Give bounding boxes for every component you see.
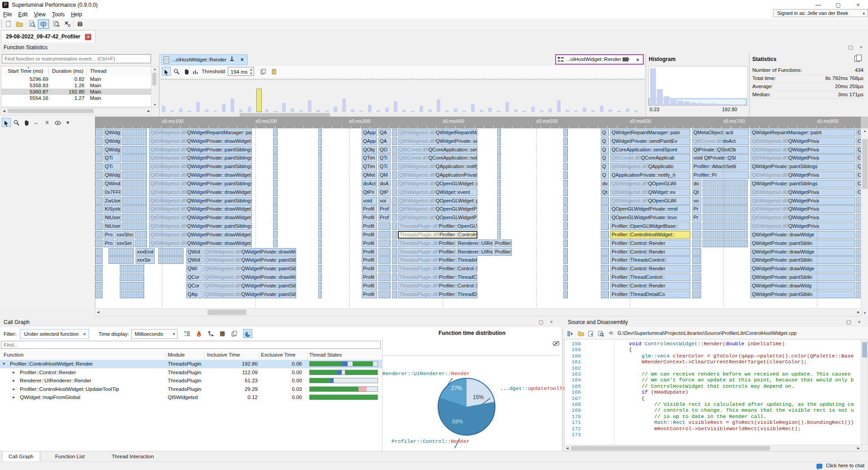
histogram-bar[interactable]: [664, 96, 670, 105]
flame-fill[interactable]: [108, 256, 134, 264]
flame-cell[interactable]: Profil: [362, 248, 377, 256]
flame-cell[interactable]: QWidgetPrivate::paintSiblin: [750, 273, 855, 281]
flame-cell[interactable]: Profiler::ThreadDetailCo: [610, 291, 690, 298]
flame-cell[interactable]: Qt5Cored.dll!QCoreApplication::notifyInt…: [398, 154, 477, 162]
stats-vertical-scrollbar[interactable]: ▲▼: [151, 66, 159, 108]
mini-bar[interactable]: [505, 102, 509, 112]
flame-cell[interactable]: QO: [378, 146, 391, 154]
callgraph-row[interactable]: ▸Profiler::ControlHostWidget::UpdateTool…: [0, 385, 382, 394]
source-vertical-scrollbar[interactable]: [861, 339, 868, 445]
flame-cell[interactable]: Pr: [692, 214, 701, 221]
stats-horizontal-scrollbar[interactable]: ◀ ▶: [1, 108, 152, 115]
flame-cell[interactable]: Qt: [692, 188, 701, 196]
flame-cell[interactable]: ThreadsPlugin.dll!Profiler::ThreadsContr…: [398, 256, 477, 264]
flame-fill[interactable]: [703, 222, 748, 230]
threshold-spinner[interactable]: 194 ms ▲▼: [228, 67, 254, 76]
flame-cell[interactable]: Qt5Widgetsd.dll!QApplicatio: [610, 163, 690, 170]
histogram-bar[interactable]: [731, 104, 737, 105]
tab-function-list[interactable]: Function List: [49, 451, 91, 461]
flame-fill[interactable]: [392, 180, 397, 188]
flame-cell[interactable]: Qt5Widgetsd.dll!QOpenGLWidgetPrivate::re…: [398, 205, 477, 213]
flame-cell[interactable]: Qt5Widgetsd.dll!QOpenGLWidgetPrivate::in…: [398, 214, 477, 221]
flame-cell[interactable]: ThreadsPlugin.dll!Profiler::OpenGLWidget…: [398, 222, 477, 230]
flame-fill[interactable]: [497, 197, 501, 205]
histogram-bar[interactable]: [691, 103, 697, 105]
pan-tool-icon[interactable]: [22, 118, 31, 127]
stats-table-header[interactable]: Start Time (ms) ▴ Duration (ms) Thread: [1, 66, 152, 77]
flame-cell[interactable]: Profiler::Pr: [692, 171, 749, 179]
flame-fill[interactable]: [122, 197, 147, 205]
flame-fill[interactable]: [95, 180, 103, 188]
tab-thread-interaction[interactable]: Thread Interaction: [105, 451, 160, 461]
flame-cell[interactable]: QWidgetPrivate::paintSiblin: [750, 291, 855, 298]
flame-cell[interactable]: Profiler::Control::Render: [610, 265, 690, 273]
close-button[interactable]: ×: [848, 0, 868, 10]
flame-cell[interactable]: doAct: [362, 180, 377, 188]
filter-chip[interactable]: Under selected function ×: [20, 329, 89, 339]
flame-cell[interactable]: QTim: [362, 154, 377, 162]
flame-fill[interactable]: [95, 273, 103, 281]
flame-cell[interactable]: Qt: [601, 188, 609, 196]
flame-cell[interactable]: ThreadsPlugin.dll!Profiler::ThreadContro…: [398, 273, 477, 281]
flame-cell[interactable]: QTi: [378, 163, 391, 170]
flame-fill[interactable]: [497, 188, 501, 196]
flame-cell[interactable]: QWidgetPrivate::drawWidge: [750, 265, 855, 273]
chart-mode-icon[interactable]: [191, 67, 200, 76]
flame-fill[interactable]: [120, 282, 144, 290]
flame-fill[interactable]: [273, 214, 278, 221]
flame-fill[interactable]: [563, 214, 568, 221]
expand-arrow-icon[interactable]: ▸: [13, 393, 15, 401]
flame-cell[interactable]: QWidgetPrivate::paintSiblin: [750, 256, 855, 264]
flame-cell[interactable]: Prof: [378, 205, 391, 213]
mini-bar[interactable]: [566, 110, 569, 112]
flame-fill[interactable]: [95, 240, 103, 247]
flame-cell[interactable]: do: [601, 180, 609, 188]
flame-fill[interactable]: [563, 222, 568, 230]
mini-bar[interactable]: [359, 111, 363, 112]
flame-cell[interactable]: vo: [692, 197, 701, 205]
mini-bar[interactable]: [179, 108, 183, 112]
flame-cell[interactable]: QTi: [378, 154, 391, 162]
flame-fill[interactable]: [135, 240, 147, 247]
flame-cell[interactable]: QOpenGLWidgetPrivate::invo: [610, 214, 690, 221]
visibility-icon[interactable]: [53, 118, 62, 127]
mini-bar[interactable]: [394, 101, 397, 112]
flame-fill[interactable]: [497, 222, 501, 230]
flame-cell[interactable]: ZwUse: [104, 197, 121, 205]
mini-bar[interactable]: [428, 109, 432, 112]
flame-view-icon[interactable]: [194, 329, 203, 338]
flame-fill[interactable]: [392, 137, 397, 145]
flame-cell[interactable]: Renderer::UIRende: [457, 248, 493, 256]
flame-fill[interactable]: [601, 240, 609, 247]
flame-cell[interactable]: Profil: [362, 291, 377, 298]
panel-window-icons[interactable]: ▢ ×: [848, 44, 865, 50]
flame-cell[interactable]: QOpenGLWidgetPrivate::rend: [610, 205, 690, 213]
histogram-bar[interactable]: [711, 103, 717, 105]
flame-cell[interactable]: Profil: [362, 282, 377, 290]
flame-cell[interactable]: QMetaObject::acti: [692, 129, 749, 136]
flame-cell[interactable]: xxxSet: [115, 240, 134, 247]
flame-cell[interactable]: QtPri: [362, 188, 377, 196]
flame-cell[interactable]: QM: [378, 171, 391, 179]
flame-cell[interactable]: Profiler::Control::Render: [610, 282, 690, 290]
flame-fill[interactable]: [563, 188, 568, 196]
histogram-bar[interactable]: [704, 103, 710, 105]
mini-bar[interactable]: [282, 103, 286, 112]
flame-fill[interactable]: [95, 171, 103, 179]
flame-fill[interactable]: [378, 240, 391, 247]
flame-cell[interactable]: Qt5Widgetsd.dll!QWidgetPrivate::drawWidg…: [149, 231, 252, 239]
mini-bar[interactable]: [634, 110, 638, 112]
flame-fill[interactable]: [135, 231, 147, 239]
flame-cell[interactable]: xxxEnd: [136, 248, 155, 256]
flame-fill[interactable]: [703, 231, 748, 239]
copy-icon[interactable]: [230, 329, 239, 338]
flame-cell[interactable]: Profiler::Control::Render: [610, 240, 690, 247]
flame-cell[interactable]: Profil: [362, 222, 377, 230]
function-search-input[interactable]: [2, 54, 151, 63]
expand-arrow-icon[interactable]: ▸: [13, 368, 15, 376]
flame-fill[interactable]: [95, 222, 103, 230]
open-session-icon[interactable]: [14, 19, 24, 28]
flame-fill[interactable]: [318, 205, 322, 213]
flame-fill[interactable]: [318, 222, 322, 230]
flame-fill[interactable]: [563, 205, 568, 213]
